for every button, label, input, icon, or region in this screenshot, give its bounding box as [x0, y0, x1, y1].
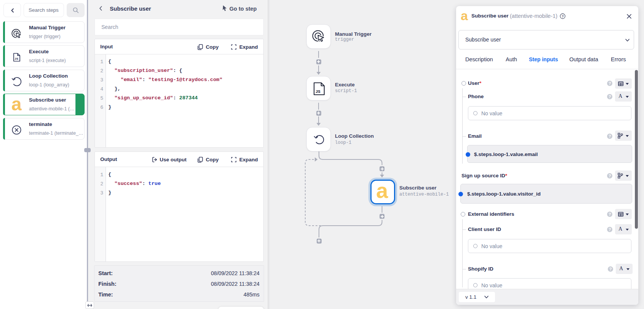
- svg-text:JS: JS: [14, 57, 18, 61]
- svg-text:?: ?: [562, 14, 564, 18]
- svg-text:JS: JS: [316, 89, 320, 94]
